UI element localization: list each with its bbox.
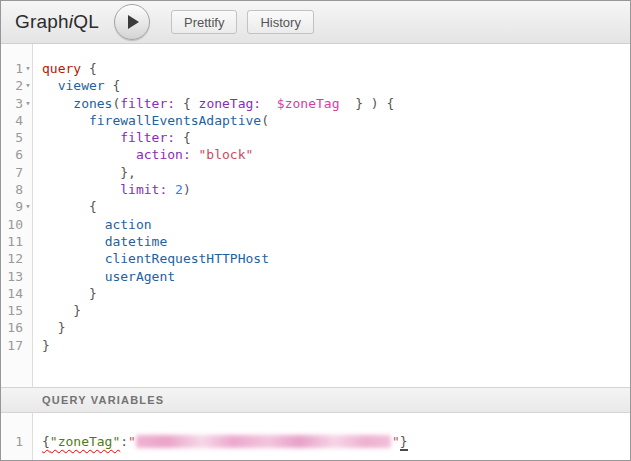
prettify-button[interactable]: Prettify [171, 10, 237, 34]
gutter-cell: 16 [1, 319, 33, 336]
code-line[interactable]: 2▾ viewer { [1, 77, 630, 94]
line-number: 9 [1, 198, 23, 215]
gutter-cell: 10 [1, 216, 33, 233]
execute-query-button[interactable] [114, 4, 150, 40]
fold-spacer [23, 129, 33, 146]
code-text: filter: { [33, 129, 191, 146]
fold-spacer [23, 433, 33, 450]
code-line[interactable]: 8 limit: 2) [1, 181, 630, 198]
fold-spacer [23, 233, 33, 250]
code-line[interactable]: 4 firewallEventsAdaptive( [1, 112, 630, 129]
query-editor[interactable]: 1▾query {2▾ viewer {3▾ zones(filter: { z… [1, 44, 630, 387]
graphiql-window: GraphiQL Prettify History 1▾query {2▾ vi… [0, 0, 631, 461]
fold-spacer [23, 268, 33, 285]
fold-spacer [23, 216, 33, 233]
code-text: userAgent [33, 268, 175, 285]
line-number: 10 [1, 216, 23, 233]
line-number: 3 [1, 95, 23, 112]
code-line[interactable]: 16 } [1, 319, 630, 336]
fold-arrow-icon[interactable]: ▾ [23, 60, 33, 77]
topbar: GraphiQL Prettify History [1, 1, 630, 44]
line-number: 16 [1, 319, 23, 336]
code-text: { [33, 198, 97, 215]
gutter-cell: 15 [1, 302, 33, 319]
redacted-zone-id [136, 435, 391, 448]
code-line[interactable]: 13 userAgent [1, 268, 630, 285]
code-line[interactable]: 1▾query { [1, 60, 630, 77]
code-text: }, [33, 164, 136, 181]
code-line[interactable]: 7 }, [1, 164, 630, 181]
gutter-cell: 5 [1, 129, 33, 146]
fold-spacer [23, 146, 33, 163]
code-text: clientRequestHTTPHost [33, 250, 269, 267]
code-text: } [33, 319, 65, 336]
line-number: 8 [1, 181, 23, 198]
fold-arrow-icon[interactable]: ▾ [23, 95, 33, 112]
gutter-cell: 14 [1, 285, 33, 302]
line-number: 14 [1, 285, 23, 302]
line-number: 4 [1, 112, 23, 129]
logo-text-pre: Graph [15, 11, 69, 33]
code-text: action [33, 216, 152, 233]
gutter-cell: 2▾ [1, 77, 33, 94]
fold-spacer [23, 164, 33, 181]
fold-arrow-icon[interactable]: ▾ [23, 77, 33, 94]
code-text: {"zoneTag":""} [33, 433, 408, 450]
play-icon [128, 15, 139, 29]
code-line[interactable]: 10 action [1, 216, 630, 233]
query-variables-header: QUERY VARIABLES [1, 387, 630, 413]
query-code-lines: 1▾query {2▾ viewer {3▾ zones(filter: { z… [1, 44, 630, 354]
gutter-cell: 3▾ [1, 95, 33, 112]
code-line[interactable]: 11 datetime [1, 233, 630, 250]
gutter-cell: 6 [1, 146, 33, 163]
gutter-cell: 13 [1, 268, 33, 285]
code-text: } [33, 302, 81, 319]
gutter-cell: 1 [1, 433, 33, 450]
code-line[interactable]: 17} [1, 337, 630, 354]
fold-spacer [23, 319, 33, 336]
code-line[interactable]: 6 action: "block" [1, 146, 630, 163]
query-variables-title: QUERY VARIABLES [42, 394, 164, 406]
history-button[interactable]: History [247, 10, 313, 34]
code-line[interactable]: 12 clientRequestHTTPHost [1, 250, 630, 267]
gutter-cell: 11 [1, 233, 33, 250]
code-line[interactable]: 9▾ { [1, 198, 630, 215]
code-line[interactable]: 14 } [1, 285, 630, 302]
code-line[interactable]: 15 } [1, 302, 630, 319]
line-number: 2 [1, 77, 23, 94]
variables-code-lines: 1{"zoneTag":""} [1, 413, 630, 450]
fold-spacer [23, 181, 33, 198]
code-text: query { [33, 60, 97, 77]
code-line[interactable]: 3▾ zones(filter: { zoneTag: $zoneTag } )… [1, 95, 630, 112]
gutter-cell: 17 [1, 337, 33, 354]
code-text: viewer { [33, 77, 120, 94]
line-number: 15 [1, 302, 23, 319]
gutter-cell: 7 [1, 164, 33, 181]
line-number: 12 [1, 250, 23, 267]
line-number: 17 [1, 337, 23, 354]
gutter-cell: 1▾ [1, 60, 33, 77]
code-line[interactable]: 1{"zoneTag":""} [1, 433, 630, 450]
gutter-cell: 4 [1, 112, 33, 129]
query-variables-editor[interactable]: 1{"zoneTag":""} [1, 413, 630, 460]
fold-arrow-icon[interactable]: ▾ [23, 198, 33, 215]
line-number: 13 [1, 268, 23, 285]
line-number: 1 [1, 433, 23, 450]
line-number: 11 [1, 233, 23, 250]
logo-text-post: QL [73, 11, 99, 33]
fold-spacer [23, 302, 33, 319]
code-line[interactable]: 5 filter: { [1, 129, 630, 146]
fold-spacer [23, 250, 33, 267]
code-text: } [33, 337, 50, 354]
fold-spacer [23, 285, 33, 302]
code-text: action: "block" [33, 146, 253, 163]
fold-spacer [23, 112, 33, 129]
line-number: 7 [1, 164, 23, 181]
code-text: firewallEventsAdaptive( [33, 112, 269, 129]
gutter-cell: 9▾ [1, 198, 33, 215]
fold-spacer [23, 337, 33, 354]
line-number: 5 [1, 129, 23, 146]
line-number: 1 [1, 60, 23, 77]
code-text: zones(filter: { zoneTag: $zoneTag } ) { [33, 95, 394, 112]
graphiql-logo: GraphiQL [15, 11, 99, 33]
